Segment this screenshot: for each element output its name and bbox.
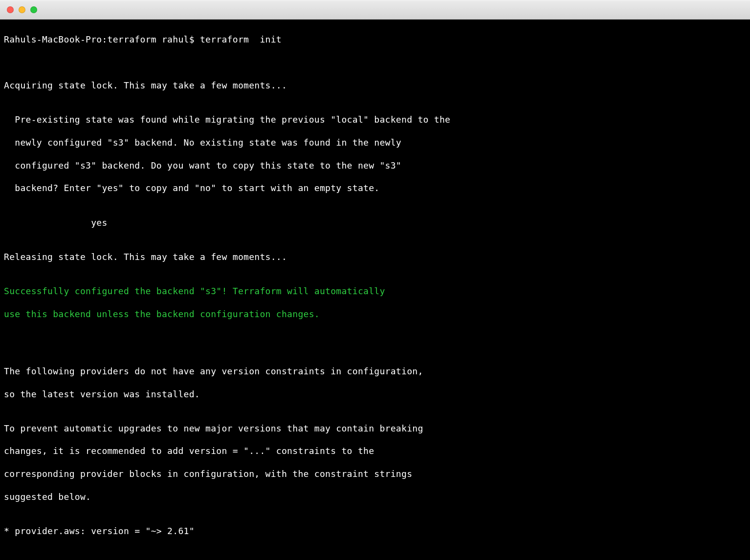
- terminal-line: Releasing state lock. This may take a fe…: [4, 251, 746, 262]
- terminal-line: configured "s3" backend. Do you want to …: [4, 160, 746, 171]
- terminal-line: Pre-existing state was found while migra…: [4, 114, 746, 125]
- terminal-line: suggested below.: [4, 491, 746, 502]
- close-icon[interactable]: [7, 6, 14, 13]
- terminal-line: The following providers do not have any …: [4, 366, 746, 377]
- terminal-line: corresponding provider blocks in configu…: [4, 468, 746, 479]
- terminal-line: Acquiring state lock. This may take a fe…: [4, 80, 746, 91]
- prompt: Rahuls-MacBook-Pro:terraform rahul$: [4, 34, 200, 44]
- command-text: terraform init: [200, 34, 282, 44]
- terminal-line: newly configured "s3" backend. No existi…: [4, 137, 746, 148]
- maximize-icon[interactable]: [30, 6, 37, 13]
- window-titlebar: [0, 0, 750, 20]
- terminal-line: backend? Enter "yes" to copy and "no" to…: [4, 182, 746, 194]
- minimize-icon[interactable]: [19, 6, 25, 13]
- terminal-line: * provider.aws: version = "~> 2.61": [4, 525, 746, 537]
- terminal-line: yes: [4, 217, 746, 228]
- terminal-line: To prevent automatic upgrades to new maj…: [4, 423, 746, 434]
- terminal-line: so the latest version was installed.: [4, 388, 746, 400]
- terminal-line: changes, it is recommended to add versio…: [4, 445, 746, 456]
- terminal-content[interactable]: Rahuls-MacBook-Pro:terraform rahul$ terr…: [0, 20, 750, 560]
- terminal-line-success: Successfully configured the backend "s3"…: [4, 285, 746, 297]
- terminal-line-success: use this backend unless the backend conf…: [4, 308, 746, 320]
